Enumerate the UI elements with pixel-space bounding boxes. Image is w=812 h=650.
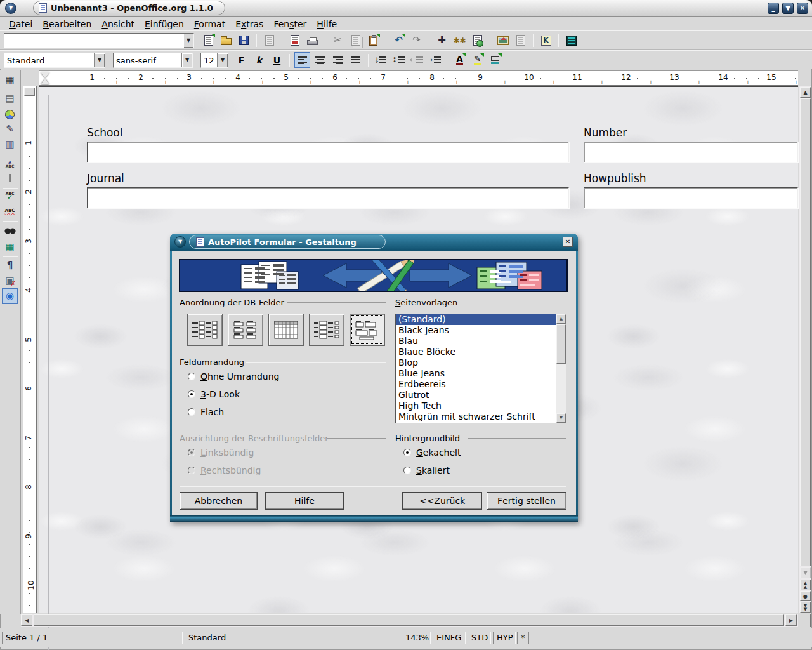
- paragraph-background-icon[interactable]: [487, 52, 503, 68]
- horizontal-ruler[interactable]: 1 2 3 4 5 6 7 8 9 10 11 12 13 14 15: [39, 70, 798, 86]
- menu-extras[interactable]: Extras: [230, 18, 268, 30]
- next-page-icon[interactable]: ▼ ▼: [800, 602, 811, 613]
- list-scrollbar-thumb[interactable]: [556, 324, 566, 364]
- school-input[interactable]: [87, 142, 569, 162]
- url-dropdown-button[interactable]: ▼: [183, 34, 193, 48]
- insert-object-chart-icon[interactable]: [2, 107, 18, 123]
- radio-scaled[interactable]: Skaliert: [403, 465, 450, 475]
- data-sources-icon[interactable]: ▦: [2, 239, 18, 255]
- radio-circle[interactable]: [188, 408, 195, 416]
- indent-marker[interactable]: [39, 72, 51, 84]
- titlebar[interactable]: ▼ Unbenannt3 - OpenOffice.org 1.1.0 _ ▼ …: [0, 0, 812, 17]
- draw-functions-icon[interactable]: ✎: [2, 121, 18, 137]
- bold-icon[interactable]: F: [233, 52, 249, 68]
- italic-icon[interactable]: k: [251, 52, 267, 68]
- minimize-button[interactable]: _: [768, 3, 779, 14]
- horizontal-scrollbar[interactable]: ◀ ▶: [21, 614, 798, 627]
- justify-icon[interactable]: [348, 52, 363, 68]
- insert-section-icon[interactable]: ▤: [2, 91, 18, 107]
- list-item[interactable]: Glutrot: [396, 390, 566, 401]
- paragraph-style-value[interactable]: Standard: [4, 56, 94, 65]
- align-left-icon[interactable]: [294, 52, 310, 68]
- help-button[interactable]: Hilfe: [265, 492, 344, 510]
- nonprinting-characters-icon[interactable]: ¶: [2, 258, 18, 274]
- autopilot-icon[interactable]: ✱✱: [452, 32, 468, 48]
- navigator-icon[interactable]: ✚: [434, 32, 450, 48]
- list-item[interactable]: Blaue Blöcke: [396, 347, 566, 357]
- scroll-left-icon[interactable]: ◀: [21, 614, 32, 626]
- menu-fenster[interactable]: Fenster: [268, 18, 311, 30]
- menu-bearbeiten[interactable]: Bearbeiten: [37, 18, 96, 30]
- list-item[interactable]: Blop: [396, 357, 566, 368]
- arrangement-labels-left-separated-button[interactable]: [309, 314, 344, 346]
- paragraph-style-combobox[interactable]: Standard ▼: [4, 53, 105, 68]
- highlighting-icon[interactable]: ✎: [469, 52, 485, 68]
- font-name-combobox[interactable]: sans-serif ▼: [113, 53, 193, 68]
- vertical-scrollbar[interactable]: ▲ ▼ ▲ ▲ ● ▼ ▼: [799, 86, 811, 613]
- radio-circle[interactable]: [403, 449, 411, 456]
- save-document-icon[interactable]: [236, 32, 252, 48]
- close-button[interactable]: ✕: [797, 3, 808, 14]
- menu-ansicht[interactable]: Ansicht: [96, 18, 140, 30]
- maximize-button[interactable]: ▼: [782, 3, 794, 14]
- finish-button[interactable]: Fertig stellen: [487, 492, 566, 510]
- menu-format[interactable]: Format: [189, 18, 230, 30]
- previous-page-icon[interactable]: ▲ ▲: [800, 580, 811, 590]
- vertical-scrollbar-thumb[interactable]: [800, 98, 811, 566]
- align-center-icon[interactable]: [312, 52, 328, 68]
- menu-einfuegen[interactable]: Einfügen: [140, 18, 189, 30]
- bullets-icon[interactable]: [391, 52, 407, 68]
- number-input[interactable]: [584, 142, 798, 162]
- ruler-corner-button[interactable]: [24, 88, 35, 96]
- list-item[interactable]: High Tech: [396, 401, 566, 411]
- find-replace-icon[interactable]: [2, 223, 18, 239]
- dialog-titlebar[interactable]: ▼ AutoPilot Formular - Gestaltung ✕: [170, 234, 578, 251]
- horizontal-scrollbar-thumb[interactable]: [34, 614, 784, 626]
- menu-hilfe[interactable]: Hilfe: [311, 18, 342, 30]
- navigation-icon[interactable]: ●: [800, 591, 811, 601]
- list-scrollbar[interactable]: ▲ ▼: [556, 314, 566, 423]
- align-right-icon[interactable]: [330, 52, 346, 68]
- graphics-on-off-icon[interactable]: ▣✗: [2, 273, 18, 289]
- hyperlink-icon[interactable]: [469, 32, 485, 48]
- radio-flat[interactable]: Flach: [188, 407, 224, 417]
- font-size-value[interactable]: 12: [201, 56, 217, 65]
- export-pdf-icon[interactable]: [287, 32, 303, 48]
- paste-icon[interactable]: [365, 32, 381, 48]
- dialog-close-icon[interactable]: ✕: [563, 237, 573, 247]
- hyperlink-mode-field[interactable]: HYP: [493, 632, 516, 644]
- list-item[interactable]: Erdbeereis: [396, 379, 566, 390]
- arrangement-columnar-labels-left-button[interactable]: [187, 314, 223, 346]
- page-styles-listbox[interactable]: (Standard) Black Jeans Blau Blaue Blöcke…: [395, 314, 566, 423]
- arrangement-columnar-labels-on-top-button[interactable]: [228, 314, 263, 346]
- page-style-field[interactable]: Standard: [185, 632, 400, 644]
- arrangement-in-blocks-labels-above-button[interactable]: [350, 314, 385, 346]
- cancel-button[interactable]: Abbrechen: [180, 492, 258, 510]
- spellcheck-icon[interactable]: ABC: [2, 187, 18, 203]
- insert-table-icon[interactable]: ▦: [2, 72, 18, 88]
- zoom-field[interactable]: 143%: [402, 632, 431, 644]
- new-document-icon[interactable]: [200, 32, 216, 48]
- underline-icon[interactable]: U: [269, 52, 285, 68]
- data-sources-icon[interactable]: [563, 32, 579, 48]
- scroll-up-icon[interactable]: ▲: [800, 87, 811, 98]
- howpublish-input[interactable]: [584, 187, 798, 208]
- vertical-ruler[interactable]: 1 2 3 4 5 6 7 8 9 10: [23, 86, 37, 613]
- font-name-value[interactable]: sans-serif: [114, 56, 181, 65]
- arrangement-as-data-sheet-button[interactable]: [268, 314, 304, 346]
- online-layout-icon[interactable]: ◉: [2, 288, 18, 304]
- list-item[interactable]: Blue Jeans: [396, 368, 566, 379]
- selection-mode-field[interactable]: STD: [468, 632, 491, 644]
- list-item[interactable]: (Standard): [396, 314, 566, 325]
- radio-tiled[interactable]: Gekachelt: [403, 448, 461, 458]
- radio-no-border[interactable]: Ohne Umrandung: [188, 371, 279, 381]
- insert-mode-field[interactable]: EINFG: [433, 632, 466, 644]
- gallery-icon[interactable]: [495, 32, 511, 48]
- scroll-up-icon[interactable]: ▲: [556, 314, 566, 324]
- scroll-down-icon[interactable]: ▼: [556, 413, 566, 423]
- font-dropdown-button[interactable]: ▼: [181, 53, 192, 67]
- journal-input[interactable]: [87, 187, 569, 208]
- basic-macro-icon[interactable]: K: [538, 32, 554, 48]
- radio-3d-look[interactable]: 3-D Look: [188, 389, 240, 399]
- font-color-icon[interactable]: A: [452, 52, 468, 68]
